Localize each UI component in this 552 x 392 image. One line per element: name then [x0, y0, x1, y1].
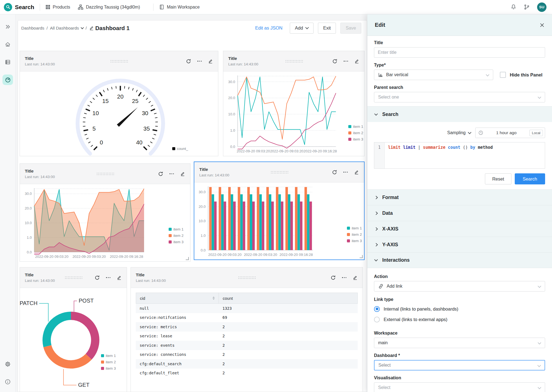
svg-text:1.0: 1.0 [27, 235, 32, 240]
panel-edit-icon[interactable] [116, 275, 122, 280]
visualisation-select[interactable]: Select [374, 382, 545, 392]
workspace-select[interactable]: main [374, 338, 545, 348]
parent-search-select[interactable]: Select one [374, 92, 545, 102]
chevron-down-icon[interactable] [81, 26, 84, 29]
save-button[interactable]: Save [340, 23, 361, 34]
timezone-badge[interactable]: Local [529, 130, 543, 136]
panel-pie[interactable]: Title Last run: 14:43:00 POSTGETPATCHite… [20, 267, 127, 392]
panel-edit-icon[interactable] [180, 171, 185, 176]
panel-refresh-icon[interactable] [94, 275, 100, 280]
panel-drag-handle[interactable] [270, 171, 288, 174]
link-type-external-radio[interactable]: External (links to external apps) [374, 315, 545, 324]
section-y-axis[interactable]: Y-AXIS [367, 237, 552, 252]
workspace-switcher[interactable]: Main Workspace [159, 4, 200, 10]
panel-drag-handle[interactable] [238, 276, 256, 279]
panel-drag-handle[interactable] [110, 60, 128, 63]
panel-menu-icon[interactable] [343, 172, 348, 173]
table-header-cid[interactable]: cid [136, 293, 219, 303]
datasets-icon[interactable] [2, 57, 13, 67]
section-interactions[interactable]: Interactions [367, 252, 552, 268]
action-select[interactable]: Add link [374, 281, 545, 292]
panel-menu-icon[interactable] [106, 277, 110, 278]
panel-gauge[interactable]: Title Last run: 14:43:00 051015202530354… [20, 51, 218, 156]
legend-item[interactable]: item 2 [169, 234, 184, 238]
section-format[interactable]: Format [367, 189, 552, 205]
title-input[interactable] [374, 47, 545, 58]
panel-menu-icon[interactable] [344, 61, 348, 62]
section-x-axis[interactable]: X-AXIS [367, 221, 552, 237]
legend-item[interactable]: item 1 [347, 226, 362, 230]
panel-line[interactable]: Title Last run: 14:43:00 0.01.010.020.03… [223, 51, 365, 156]
panel-edit-icon[interactable] [208, 59, 213, 64]
legend-item[interactable]: item 3 [347, 239, 362, 243]
add-button[interactable]: Add [290, 23, 314, 34]
dashboards-icon[interactable] [2, 75, 13, 85]
query-text[interactable]: limit limit | summarize count () by meth… [385, 142, 496, 168]
search-run-button[interactable]: Search [515, 173, 545, 184]
query-editor[interactable]: 1 limit limit | summarize count () by me… [374, 142, 545, 169]
table-row[interactable]: service: lease2 [136, 332, 358, 341]
panel-menu-icon[interactable] [169, 173, 174, 174]
legend-item[interactable]: item 3 [169, 240, 184, 244]
panel-refresh-icon[interactable] [158, 171, 163, 177]
legend-item[interactable]: item 1 [348, 125, 363, 129]
table-row[interactable]: service: events2 [136, 341, 358, 350]
panel-refresh-icon[interactable] [330, 275, 336, 280]
sampling-dropdown[interactable]: Sampling [447, 130, 471, 135]
exit-button[interactable]: Exit [318, 23, 336, 34]
hide-panel-checkbox[interactable] [500, 72, 506, 78]
panel-bar[interactable]: Title Last run: 14:43:00 0.01.010.020.03… [194, 161, 365, 260]
edit-as-json-link[interactable]: Edit as JSON [255, 25, 282, 31]
edit-pencil-icon[interactable] [89, 25, 94, 31]
legend-item[interactable]: item 2 [347, 232, 362, 237]
panel-edit-icon[interactable] [354, 59, 359, 64]
panel-drag-handle[interactable] [65, 276, 82, 279]
table-header-count[interactable]: count [219, 293, 357, 303]
settings-gear-icon[interactable] [2, 359, 13, 369]
table-row[interactable]: cfg:default_search2 [136, 359, 358, 369]
panel-menu-icon[interactable] [197, 61, 202, 62]
panel-refresh-icon[interactable] [332, 59, 338, 64]
panel-drag-handle[interactable] [96, 172, 114, 176]
reset-button[interactable]: Reset [485, 173, 511, 184]
home-icon[interactable] [2, 39, 13, 50]
panel-refresh-icon[interactable] [332, 169, 337, 175]
close-icon[interactable] [540, 23, 545, 28]
branch-icon[interactable] [524, 4, 530, 10]
table-row[interactable]: cfg:default_fleet2 [136, 369, 358, 378]
panel-refresh-icon[interactable] [186, 59, 191, 64]
app-logo[interactable] [4, 3, 12, 11]
org-switcher[interactable]: Dazzling Taussig (34gdl0m) [78, 4, 140, 10]
table-row[interactable]: service:notifcations69 [136, 313, 358, 322]
table-row[interactable]: service: connections2 [136, 350, 358, 359]
legend-item[interactable]: item 3 [101, 366, 116, 370]
workspace-icon [159, 4, 164, 10]
legend-item[interactable]: item 2 [348, 131, 363, 135]
info-icon[interactable] [2, 377, 13, 387]
section-data[interactable]: Data [367, 205, 552, 221]
time-range-picker[interactable]: 1 hour ago Local [475, 128, 545, 138]
legend-item[interactable]: item 3 [348, 137, 363, 141]
table-row[interactable]: null1323 [136, 304, 358, 313]
breadcrumb-dashboards[interactable]: Dashboards [21, 26, 44, 31]
user-avatar[interactable]: SU [537, 2, 546, 12]
dashboard-select[interactable]: Select [374, 360, 545, 370]
legend-item[interactable]: item 2 [101, 360, 116, 364]
panel-edit-icon[interactable] [352, 275, 358, 280]
legend-item[interactable]: item 1 [169, 227, 184, 231]
panel-area[interactable]: Title Last run: 14:43:00 0.01.010.020.03… [20, 163, 190, 262]
type-select[interactable]: Bar vertical [374, 70, 493, 80]
panel-menu-icon[interactable] [342, 277, 346, 278]
panel-drag-handle[interactable] [285, 60, 303, 63]
panel-table[interactable]: Title Last run: 14:43:00 cidcountnull132… [131, 267, 363, 392]
expand-sidebar-icon[interactable] [2, 22, 13, 32]
products-menu[interactable]: Products [46, 5, 70, 10]
breadcrumb-all-dashboards[interactable]: All Dashboards [50, 26, 79, 31]
link-type-internal-radio[interactable]: Internal (links to panels, dashboards) [374, 305, 545, 313]
legend-item[interactable]: count_ [172, 147, 188, 151]
legend-item[interactable]: item 1 [101, 354, 116, 358]
section-search[interactable]: Search [367, 106, 552, 122]
panel-edit-icon[interactable] [354, 169, 359, 175]
notifications-bell-icon[interactable] [511, 4, 516, 10]
table-row[interactable]: service: metrics2 [136, 322, 358, 332]
